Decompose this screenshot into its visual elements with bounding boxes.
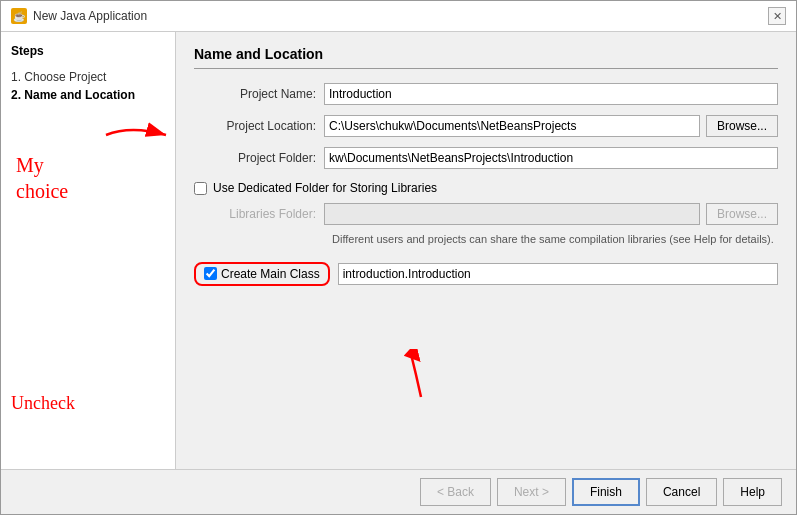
title-bar: ☕ New Java Application ✕	[1, 1, 796, 32]
next-button[interactable]: Next >	[497, 478, 566, 506]
project-folder-label: Project Folder:	[194, 151, 324, 165]
create-main-checkbox-area: Create Main Class	[194, 262, 330, 286]
uncheck-arrow-svg	[391, 349, 451, 399]
back-button[interactable]: < Back	[420, 478, 491, 506]
create-main-class-row: Create Main Class	[194, 262, 778, 286]
section-title: Name and Location	[194, 46, 778, 69]
sidebar-item-name-location[interactable]: 2. Name and Location	[11, 86, 165, 104]
create-main-input[interactable]	[338, 263, 778, 285]
create-main-label[interactable]: Create Main Class	[221, 267, 320, 281]
dialog-body: Steps 1. Choose Project 2. Name and Loca…	[1, 32, 796, 469]
project-location-row: Project Location: Browse...	[194, 115, 778, 137]
finish-button[interactable]: Finish	[572, 478, 640, 506]
step-1-number: 1.	[11, 70, 24, 84]
libraries-folder-row: Libraries Folder: Browse...	[194, 203, 778, 225]
create-main-checkbox[interactable]	[204, 267, 217, 280]
step-2-label: Name and Location	[24, 88, 135, 102]
handwriting-arrow-svg	[101, 120, 176, 150]
step-2-number: 2.	[11, 88, 24, 102]
sidebar: Steps 1. Choose Project 2. Name and Loca…	[1, 32, 176, 469]
help-button[interactable]: Help	[723, 478, 782, 506]
browse-location-button[interactable]: Browse...	[706, 115, 778, 137]
dedicated-folder-label[interactable]: Use Dedicated Folder for Storing Librari…	[213, 181, 437, 195]
project-location-label: Project Location:	[194, 119, 324, 133]
libraries-folder-label: Libraries Folder:	[194, 207, 324, 221]
libraries-folder-input	[324, 203, 700, 225]
java-icon: ☕	[11, 8, 27, 24]
project-name-row: Project Name:	[194, 83, 778, 105]
close-button[interactable]: ✕	[768, 7, 786, 25]
project-name-input[interactable]	[324, 83, 778, 105]
handwriting-uncheck: Uncheck	[11, 393, 75, 414]
libraries-help-text: Different users and projects can share t…	[332, 231, 778, 248]
project-folder-row: Project Folder:	[194, 147, 778, 169]
cancel-button[interactable]: Cancel	[646, 478, 717, 506]
sidebar-heading: Steps	[11, 44, 165, 58]
handwriting-my-choice: Mychoice	[16, 152, 68, 204]
footer: < Back Next > Finish Cancel Help	[1, 469, 796, 514]
sidebar-item-choose-project[interactable]: 1. Choose Project	[11, 68, 165, 86]
title-bar-left: ☕ New Java Application	[11, 8, 147, 24]
project-name-label: Project Name:	[194, 87, 324, 101]
project-folder-input[interactable]	[324, 147, 778, 169]
main-content: Name and Location Project Name: Project …	[176, 32, 796, 469]
browse-libraries-button: Browse...	[706, 203, 778, 225]
dedicated-folder-checkbox[interactable]	[194, 182, 207, 195]
project-location-input[interactable]	[324, 115, 700, 137]
dedicated-folder-row: Use Dedicated Folder for Storing Librari…	[194, 181, 778, 195]
step-1-label: Choose Project	[24, 70, 106, 84]
dialog: ☕ New Java Application ✕ Steps 1. Choose…	[0, 0, 797, 515]
dialog-title: New Java Application	[33, 9, 147, 23]
